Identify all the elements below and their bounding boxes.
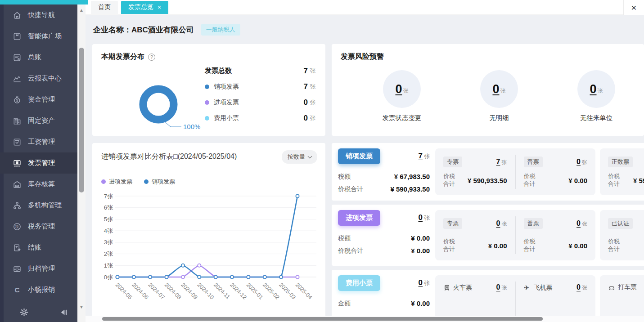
svg-text:0张: 0张 bbox=[104, 274, 113, 281]
invoice-count-number[interactable]: 0 bbox=[419, 278, 423, 287]
invoice-type-button[interactable]: 销项发票 bbox=[338, 148, 380, 164]
svg-text:2025-04: 2025-04 bbox=[294, 282, 313, 300]
tab-label: 首页 bbox=[98, 3, 111, 11]
svg-text:2024-10: 2024-10 bbox=[196, 282, 215, 300]
sidebar-item-3[interactable]: 总账 bbox=[4, 47, 77, 68]
detail-count-number[interactable]: 0 bbox=[576, 283, 581, 291]
risk-count[interactable]: 0 bbox=[492, 82, 499, 96]
scroll-down-icon[interactable]: ▼ bbox=[77, 305, 86, 309]
detail-count-number[interactable]: 0 bbox=[576, 158, 581, 165]
page-header: 企业名称：ABC酒业有限公司 一般纳税人 bbox=[93, 24, 240, 36]
invoice-count-unit: 张 bbox=[424, 215, 430, 221]
svg-text:7张: 7张 bbox=[104, 193, 113, 200]
detail-item: 火车票0张金额¥ 0.00 bbox=[435, 275, 515, 322]
detail-count-number[interactable]: 0 bbox=[496, 283, 500, 291]
sidebar-item-2[interactable]: 智能体广场 bbox=[4, 26, 77, 47]
svg-text:2024-09: 2024-09 bbox=[180, 282, 198, 300]
sidebar-item-6[interactable]: 固定资产 bbox=[4, 110, 77, 131]
sidebar-item-7[interactable]: 工资管理 bbox=[4, 131, 77, 152]
chart-legend-item[interactable]: 进项发票 bbox=[101, 178, 132, 186]
field-label: 金额 bbox=[338, 299, 351, 308]
chart-filter-dropdown[interactable]: 按数量 bbox=[282, 150, 317, 164]
legend-unit: 张 bbox=[310, 83, 315, 91]
taxpayer-badge: 一般纳税人 bbox=[201, 24, 240, 36]
risk-title-text: 发票风险预警 bbox=[341, 52, 384, 62]
sidebar-item-10[interactable]: 多机构管理 bbox=[4, 195, 77, 216]
sidebar-item-4[interactable]: 云报表中心 bbox=[4, 68, 77, 89]
detail-count-number[interactable]: 0 bbox=[576, 219, 581, 227]
detail-count-number[interactable]: 0 bbox=[496, 219, 500, 227]
summary-fields: 金额¥ 0.00 bbox=[338, 299, 430, 308]
company-label: 企业名称： bbox=[93, 26, 131, 34]
detail-item-label: 打车票 bbox=[608, 283, 637, 291]
horizontal-scrollbar-thumb[interactable] bbox=[102, 317, 543, 321]
invoice-type-button[interactable]: 费用小票 bbox=[338, 275, 380, 291]
risk-count[interactable]: 0 bbox=[590, 82, 596, 96]
sidebar-item-label: 固定资产 bbox=[28, 116, 55, 125]
risk-count-circle[interactable]: 0张 bbox=[480, 70, 518, 108]
risk-count-circle[interactable]: 0张 bbox=[577, 70, 615, 108]
svg-text:1张: 1张 bbox=[104, 262, 113, 269]
fixed-assets-icon bbox=[13, 116, 22, 125]
tab-1[interactable]: 首页 bbox=[91, 1, 118, 14]
sidebar-item-label: 工资管理 bbox=[28, 138, 55, 146]
close-icon[interactable]: × bbox=[623, 0, 644, 15]
distribution-legend-row: 销项发票7张 bbox=[205, 79, 315, 94]
legend-label: 费用小票 bbox=[214, 114, 239, 122]
distribution-legend-row: 费用小票0张 bbox=[205, 110, 315, 126]
sidebar-item-label: 快捷导航 bbox=[28, 11, 55, 19]
detail-item: 专票7张价税合计¥ 590,933.50 bbox=[435, 148, 515, 195]
company-name: 企业名称：ABC酒业有限公司 bbox=[93, 25, 194, 35]
summary-field: 价税合计¥ 590,933.50 bbox=[338, 184, 430, 194]
detail-item: 已认证价税合计 bbox=[600, 210, 644, 260]
sidebar-item-12[interactable]: 结账 bbox=[4, 237, 77, 258]
risk-count[interactable]: 0 bbox=[395, 82, 402, 96]
detail-label-text: 飞机票 bbox=[534, 284, 553, 292]
tab-close-icon[interactable]: × bbox=[158, 4, 161, 10]
sidebar-item-14[interactable]: C小畅报销 bbox=[4, 279, 77, 300]
invoice-donut-chart: 100% bbox=[92, 62, 205, 136]
sidebar-item-9[interactable]: 库存核算 bbox=[4, 174, 77, 195]
invoice-count-number[interactable]: 0 bbox=[419, 213, 423, 222]
detail-item-label: 火车票 bbox=[443, 284, 472, 292]
chart-legend-item[interactable]: 销项发票 bbox=[144, 178, 175, 186]
sidebar-item-11[interactable]: 税税务管理 bbox=[4, 216, 77, 237]
risk-count-circle[interactable]: 0张 bbox=[383, 70, 421, 108]
detail-label-text: 打车票 bbox=[618, 283, 637, 291]
detail-item-tag: 专票 bbox=[443, 157, 462, 167]
detail-count-unit: 张 bbox=[582, 285, 587, 291]
detail-panel: 已认证价税合计 bbox=[600, 210, 644, 260]
invoice-row-1: 销项发票7张税额¥ 67,983.50价税合计¥ 590,933.50专票7张价… bbox=[332, 143, 644, 201]
summary-field: 税额¥ 67,983.50 bbox=[338, 172, 430, 181]
sidebar-scrollbar-thumb[interactable] bbox=[79, 48, 84, 192]
sidebar-item-1[interactable]: 快捷导航 bbox=[4, 4, 77, 26]
company-value: ABC酒业有限公司 bbox=[131, 26, 194, 34]
gear-icon[interactable] bbox=[20, 308, 28, 317]
field-label: 价税合计 bbox=[338, 184, 363, 194]
field-label: 税额 bbox=[338, 233, 351, 243]
invoice-type-button[interactable]: 进项发票 bbox=[338, 210, 380, 226]
detail-item-field: 价税合计¥ 0.00 bbox=[524, 173, 588, 188]
payroll-icon bbox=[13, 138, 22, 147]
scroll-up-icon[interactable]: ▲ bbox=[77, 8, 86, 13]
detail-field-value: ¥ 590,933.50 bbox=[468, 177, 507, 184]
sidebar-item-13[interactable]: 归档管理 bbox=[4, 258, 77, 279]
detail-item-tag: 已认证 bbox=[608, 218, 633, 229]
svg-text:2024-07: 2024-07 bbox=[147, 282, 166, 300]
tab-2[interactable]: 发票总览× bbox=[121, 1, 168, 14]
sidebar-scrollbar[interactable]: ▲ ▼ bbox=[77, 4, 86, 322]
summary-field: 金额¥ 0.00 bbox=[338, 299, 430, 308]
horizontal-scrollbar[interactable] bbox=[86, 316, 644, 322]
field-label: 税额 bbox=[338, 172, 351, 181]
invoice-count-number[interactable]: 7 bbox=[419, 152, 423, 160]
sidebar-item-8[interactable]: 发票管理 bbox=[0, 152, 77, 174]
help-icon[interactable]: ? bbox=[148, 54, 155, 61]
home-icon bbox=[13, 11, 22, 20]
detail-count-number[interactable]: 7 bbox=[496, 158, 500, 165]
chevron-down-icon bbox=[308, 154, 312, 159]
cloud-report-icon bbox=[13, 74, 22, 83]
collapse-sidebar-icon[interactable] bbox=[59, 308, 68, 317]
sidebar-item-5[interactable]: 资金管理 bbox=[4, 89, 77, 110]
detail-count: 0张 bbox=[576, 158, 587, 166]
detail-item-tag: 正数票 bbox=[608, 157, 633, 167]
